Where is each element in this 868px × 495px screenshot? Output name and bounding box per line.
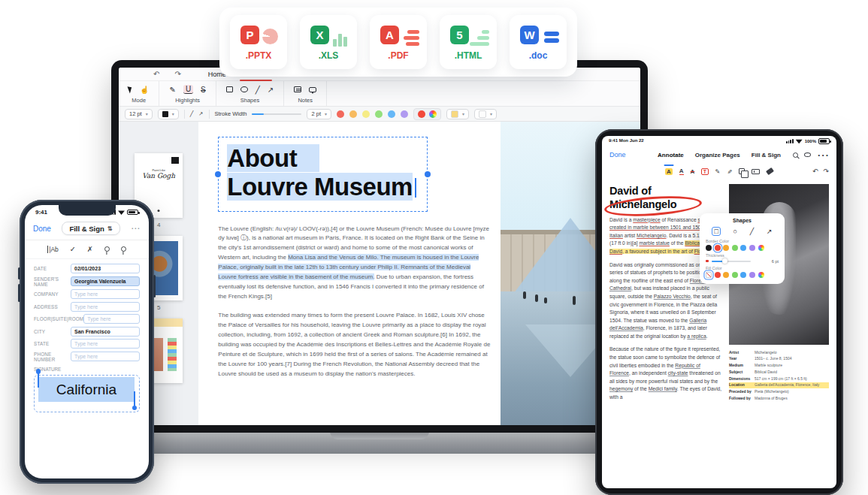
state-field[interactable]: Type here <box>71 339 140 349</box>
rectangle-tool-icon[interactable] <box>226 86 233 92</box>
tab-organize-pages[interactable]: Organize Pages <box>695 152 740 158</box>
status-time: 9:41 Mon Jun 22 <box>609 138 644 144</box>
phone-device: 9:41 Done Fill & Sign ⇅ ⋯ <box>20 200 154 484</box>
cursor-icon[interactable] <box>127 85 133 93</box>
line-tool-icon[interactable]: ╱ <box>256 86 260 94</box>
check-tool-icon[interactable]: ✓ <box>70 245 76 253</box>
highlight-tool-icon[interactable]: A <box>665 168 673 175</box>
border-color-orange[interactable] <box>723 245 729 251</box>
stamp-tool-icon[interactable] <box>104 246 110 252</box>
text-field-tool-icon[interactable]: |Ab <box>47 246 59 253</box>
selection-handle-end[interactable] <box>134 391 135 406</box>
fill-color-red[interactable] <box>715 272 721 278</box>
infobox-value: 1501– c. June 8, 1504 <box>755 356 829 361</box>
format-tile-pptx[interactable]: P .PPTX <box>230 15 287 69</box>
eraser-tool-icon[interactable] <box>767 169 773 174</box>
redo-icon[interactable]: ↷ <box>823 168 829 175</box>
stroke-width-dropdown[interactable]: 2 pt ▾ <box>307 109 331 119</box>
selection-handle-left[interactable] <box>215 171 221 177</box>
border-color-black[interactable] <box>706 245 712 251</box>
color-swatch-orange[interactable] <box>349 110 357 118</box>
underline-tool-icon[interactable]: U <box>183 85 193 94</box>
arrow-shape-icon[interactable]: ↗ <box>767 228 773 235</box>
border-color-blue[interactable] <box>740 245 746 251</box>
date-field[interactable]: 02/01/2023 <box>71 264 140 273</box>
done-button[interactable]: Done <box>33 225 51 233</box>
stroke-width-slider[interactable] <box>252 113 301 115</box>
format-tile-doc[interactable]: W .doc <box>510 15 567 69</box>
border-color-red-selected[interactable] <box>715 245 721 251</box>
address-field[interactable]: Type here <box>71 302 140 312</box>
done-button[interactable]: Done <box>609 151 626 158</box>
excel-icon: X <box>310 26 329 44</box>
signature-tool-icon[interactable] <box>121 246 126 252</box>
highlight-color-dropdown[interactable]: ▾ <box>446 109 469 119</box>
arrow-style-icon[interactable]: ↗ <box>198 110 203 117</box>
view-settings-icon[interactable] <box>804 152 811 157</box>
search-icon[interactable] <box>793 152 798 158</box>
cross-tool-icon[interactable]: ✗ <box>87 245 93 253</box>
color-swatch-purple[interactable] <box>401 110 408 118</box>
line-shape-icon[interactable]: ╱ <box>750 228 754 235</box>
city-field[interactable]: San Francisco <box>71 327 140 337</box>
undo-icon[interactable]: ↶ <box>153 70 159 78</box>
title-selection-box[interactable]: About Louvre Museum <box>218 137 428 212</box>
text-color-dropdown[interactable]: ▾ <box>158 109 179 119</box>
shapes-tool-icon[interactable] <box>739 168 745 174</box>
ellipse-tool-icon[interactable] <box>240 86 248 92</box>
border-color-purple[interactable] <box>749 245 755 251</box>
floor-suite-room-field[interactable]: Type here <box>83 314 140 324</box>
highlighter-pen-icon[interactable]: ✎ <box>169 86 175 94</box>
hand-icon[interactable]: ☝ <box>140 86 149 94</box>
comment-bubble-icon[interactable] <box>309 87 316 92</box>
fill-color-dropdown[interactable]: ▾ <box>474 109 497 119</box>
phone-number-field[interactable]: Type here <box>71 352 140 361</box>
pen-tool-icon[interactable]: ✎ <box>727 168 732 175</box>
border-color-green[interactable] <box>732 245 738 251</box>
color-swatch-yellow[interactable] <box>362 110 370 118</box>
fill-color-orange[interactable] <box>723 272 729 278</box>
pencil-tool-icon[interactable]: ✎ <box>715 168 721 175</box>
color-wheel-icon[interactable] <box>429 110 437 118</box>
doc-title-line1: About <box>227 144 319 172</box>
selection-handle-start[interactable] <box>38 373 39 388</box>
line-style-icon[interactable]: ╱ <box>190 110 194 117</box>
format-tile-pdf[interactable]: A .PDF <box>370 15 427 69</box>
company-field[interactable]: Type here <box>71 289 140 299</box>
color-swatch-green[interactable] <box>375 110 383 118</box>
circle-shape-icon[interactable]: ○ <box>733 228 737 235</box>
more-icon[interactable]: ⋯ <box>131 223 141 234</box>
strikethrough-tool-icon[interactable]: A <box>691 168 695 175</box>
sender-name-field[interactable]: Georgina Valenzuela <box>71 276 140 286</box>
selected-text-overlay[interactable]: California <box>38 377 135 402</box>
selection-handle-right[interactable] <box>425 171 431 177</box>
tab-annotate[interactable]: Annotate <box>658 152 684 158</box>
form-field-tool-icon[interactable] <box>752 169 760 174</box>
fill-color-blue[interactable] <box>740 272 746 278</box>
underline-tool-icon[interactable]: A <box>679 168 684 175</box>
field-label: STATE <box>34 341 71 346</box>
rectangle-shape-icon[interactable]: □ <box>712 227 720 236</box>
color-swatch-red[interactable] <box>337 110 344 118</box>
fill-color-green[interactable] <box>732 272 738 278</box>
color-wheel-icon[interactable] <box>758 272 764 278</box>
freehand-tool-icon[interactable]: ↗ <box>268 86 274 94</box>
selected-color-swatch[interactable] <box>418 110 425 118</box>
fill-color-none-selected[interactable] <box>706 272 712 278</box>
fill-color-purple[interactable] <box>749 272 755 278</box>
font-size-dropdown[interactable]: 12 pt ▾ <box>125 109 153 119</box>
format-tile-xls[interactable]: X .XLS <box>300 15 357 69</box>
undo-icon[interactable]: ↶ <box>812 168 818 175</box>
tab-fill-sign[interactable]: Fill & Sign <box>752 152 781 158</box>
mode-switcher[interactable]: Fill & Sign ⇅ <box>62 222 119 235</box>
textbox-tool-icon[interactable]: T <box>701 168 708 175</box>
color-swatch-blue[interactable] <box>388 110 395 118</box>
laptop-base <box>77 431 682 454</box>
more-icon[interactable]: ⋯ <box>817 148 829 162</box>
format-tile-html[interactable]: 5 .HTML <box>440 15 497 69</box>
strikethrough-tool-icon[interactable]: S <box>201 86 206 94</box>
thickness-slider[interactable] <box>712 261 751 262</box>
text-note-icon[interactable] <box>294 86 301 92</box>
redo-icon[interactable]: ↷ <box>174 70 180 78</box>
color-wheel-icon[interactable] <box>758 245 764 251</box>
